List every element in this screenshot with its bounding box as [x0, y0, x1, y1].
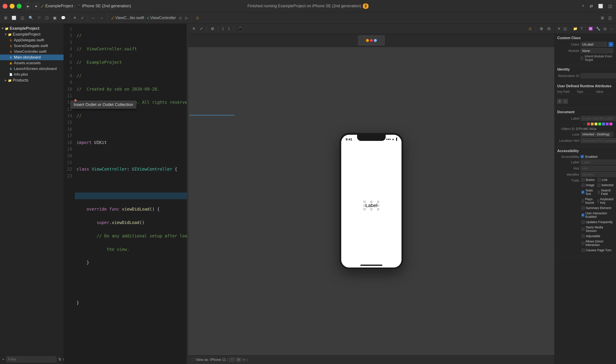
- toolbar-grid[interactable]: ⬜: [10, 15, 18, 21]
- doc-label-input[interactable]: [581, 116, 616, 121]
- storyboard-thumbnail[interactable]: [358, 36, 385, 45]
- class-confirm-btn[interactable]: ✓: [609, 42, 613, 47]
- canvas-prev[interactable]: ⟨: [221, 26, 225, 32]
- handle-ml[interactable]: [364, 205, 365, 206]
- toolbar-next[interactable]: →: [98, 15, 105, 21]
- canvas-close[interactable]: ✕: [191, 26, 197, 32]
- add-icon[interactable]: +: [2, 357, 4, 361]
- canvas-zoom-out[interactable]: ⊟: [546, 26, 552, 32]
- swatch-red[interactable]: [587, 122, 590, 126]
- tree-item-assets[interactable]: ▣ Assets.xcassets: [0, 60, 64, 66]
- swatch-yellow[interactable]: [594, 122, 598, 126]
- scheme-icon[interactable]: ▶: [26, 3, 30, 9]
- outlet-dot[interactable]: [74, 99, 77, 102]
- layout-single[interactable]: ⬜: [597, 3, 604, 10]
- acc-hint-input[interactable]: [581, 166, 616, 171]
- sort-icon[interactable]: ⇅: [58, 357, 61, 361]
- swatch-green[interactable]: [598, 122, 601, 126]
- handle-mr[interactable]: [377, 205, 379, 206]
- label-container[interactable]: Label: [365, 203, 377, 208]
- toolbar-grid-right[interactable]: ⊞: [599, 15, 605, 21]
- insp-close[interactable]: ✕: [556, 26, 562, 31]
- editor-file[interactable]: ViewC...ller.swift: [115, 16, 144, 20]
- fullscreen-button[interactable]: [17, 4, 22, 9]
- trait-updates-frequently-checkbox[interactable]: [581, 221, 585, 224]
- warning-badge[interactable]: 2: [363, 3, 368, 9]
- triangle-products[interactable]: ▶: [5, 79, 7, 82]
- trait-keyboard-key-checkbox[interactable]: [598, 199, 599, 203]
- acc-label-input[interactable]: [581, 160, 616, 165]
- class-dropdown[interactable]: UILabel ⌄: [581, 42, 607, 47]
- phone-screen[interactable]: Label: [341, 143, 402, 268]
- toolbar-folder[interactable]: ⊞: [3, 15, 9, 21]
- trait-allows-direct-checkbox[interactable]: [581, 242, 584, 245]
- code-area[interactable]: 12345 678910 1112131415 1617181920 21222…: [64, 24, 187, 364]
- trait-summary-element-checkbox[interactable]: [581, 206, 585, 210]
- tree-item-products[interactable]: ▶ 📁 Products: [0, 77, 64, 83]
- canvas-zoom-in[interactable]: ⊞: [538, 26, 544, 32]
- insp-identity[interactable]: 🆔: [587, 26, 594, 31]
- swatch-purple[interactable]: [606, 122, 609, 126]
- toolbar-bubble[interactable]: 💬: [59, 15, 67, 21]
- trait-search-field-checkbox[interactable]: [598, 191, 600, 194]
- triangle-sub[interactable]: ▶: [4, 34, 7, 35]
- handle-tm[interactable]: [371, 201, 372, 203]
- trait-link-checkbox[interactable]: [598, 178, 601, 182]
- filter-input[interactable]: [6, 356, 56, 363]
- insp-quick-help[interactable]: ?: [579, 26, 584, 31]
- swatch-orange[interactable]: [591, 122, 594, 126]
- trait-image-checkbox[interactable]: [581, 183, 585, 187]
- swatch-blue[interactable]: [602, 122, 605, 126]
- trait-causes-page-turn-checkbox[interactable]: [581, 249, 585, 252]
- close-button[interactable]: [3, 4, 7, 9]
- trait-selected-checkbox[interactable]: [598, 183, 600, 187]
- toolbar-close[interactable]: ✕: [72, 15, 78, 21]
- trait-static-text-checkbox[interactable]: [581, 191, 584, 194]
- lock-dropdown[interactable]: Inherited - (Nothing) ⌄: [581, 132, 613, 137]
- code-content[interactable]: // // ViewController.swift // ExamplePro…: [75, 24, 187, 364]
- toolbar-shape2[interactable]: ▣: [52, 15, 58, 21]
- trait-adjustable-checkbox[interactable]: [581, 234, 585, 238]
- handle-bl[interactable]: [364, 208, 365, 210]
- swatch-pink[interactable]: [609, 122, 613, 126]
- editor-class[interactable]: ViewController: [150, 16, 176, 20]
- insp-file-inspector[interactable]: 📁: [572, 26, 579, 31]
- restoration-id-input[interactable]: [581, 73, 616, 78]
- canvas-next[interactable]: ⟩: [227, 26, 231, 32]
- layout-split[interactable]: ◫: [607, 3, 613, 10]
- editor-bc-right[interactable]: ▷: [184, 15, 190, 21]
- editor-bc-left[interactable]: ◁: [177, 15, 183, 21]
- tree-item-example-project-sub[interactable]: ▶ 📁 ExampleProject: [0, 31, 64, 37]
- toolbar-search[interactable]: 🔍: [27, 15, 35, 21]
- acc-enabled-checkbox[interactable]: [581, 155, 584, 158]
- canvas-main[interactable]: 9:41 ●●● ▲ ▐: [188, 47, 554, 355]
- canvas-warning[interactable]: ⚠: [527, 26, 533, 32]
- inherit-checkbox[interactable]: [581, 56, 583, 60]
- toolbar-warning[interactable]: ⚠: [194, 15, 201, 21]
- toolbar-prev[interactable]: ←: [90, 15, 97, 21]
- tree-item-example-project-root[interactable]: ▶ 📁 ExampleProject: [0, 26, 64, 31]
- toolbar-shape1[interactable]: ⬡: [44, 15, 50, 21]
- tree-item-launch-screen[interactable]: S LaunchScreen.storyboard: [0, 66, 64, 72]
- stop-button[interactable]: ■: [33, 3, 39, 9]
- insp-size[interactable]: ◎: [602, 26, 608, 31]
- handle-br[interactable]: [377, 208, 379, 210]
- trait-starts-media-checkbox[interactable]: [581, 228, 585, 231]
- handle-tr[interactable]: [377, 201, 379, 203]
- module-dropdown[interactable]: None ⌄: [581, 48, 613, 53]
- toolbar-inspector[interactable]: ◫: [607, 15, 613, 21]
- insp-attributes[interactable]: 🔧: [595, 26, 602, 31]
- ui-label[interactable]: Label: [365, 203, 377, 208]
- toolbar-flag[interactable]: ⚐: [36, 15, 42, 21]
- tree-item-main-storyboard[interactable]: S Main.storyboard: [0, 54, 64, 60]
- toolbar-expand[interactable]: ⤢: [79, 15, 85, 21]
- insp-connections[interactable]: →: [609, 26, 614, 31]
- tree-item-scene-delegate[interactable]: S SceneDelegate.swift: [0, 43, 64, 49]
- layout-double-arrow[interactable]: ⇄: [588, 3, 594, 10]
- trait-button-checkbox[interactable]: [581, 178, 585, 182]
- tree-item-view-controller[interactable]: S ViewController.swift: [0, 49, 64, 54]
- toolbar-split[interactable]: ◫: [19, 15, 26, 21]
- insp-show-inspector[interactable]: ◫: [562, 26, 568, 31]
- attrs-add-btn[interactable]: +: [557, 99, 562, 104]
- handle-bm[interactable]: [371, 208, 372, 210]
